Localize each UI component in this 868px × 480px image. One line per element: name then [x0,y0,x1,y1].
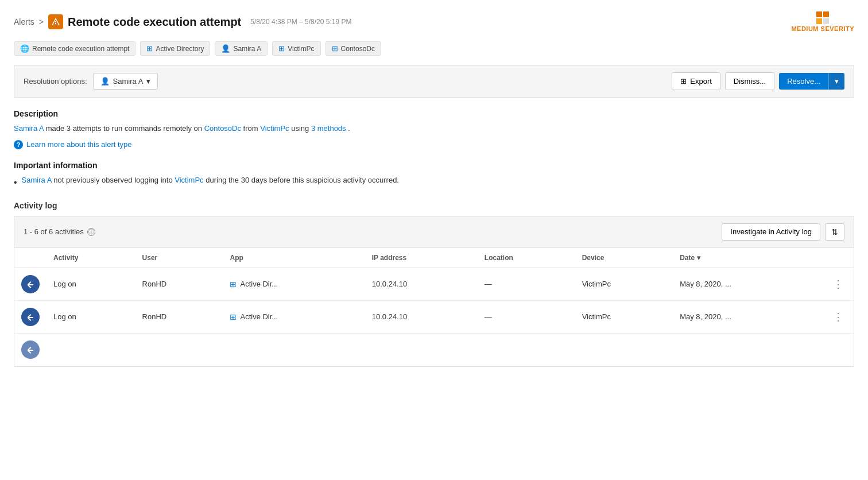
description-section: Description Samira A made 3 attempts to … [14,109,854,149]
dismiss-button[interactable]: Dismiss... [725,72,774,90]
activity-log-title: Activity log [14,201,854,210]
resolution-user-dropdown[interactable]: 👤 Samira A ▾ [93,73,158,90]
tag-contosodc[interactable]: ⊞ ContosoDc [326,41,381,56]
severity-sq-1 [816,11,822,17]
info-icon: ? [14,140,23,149]
tag-remote-code[interactable]: 🌐 Remote code execution attempt [14,41,135,56]
row-0-ip: 10.0.24.10 [365,268,478,300]
breadcrumb-alerts: Alerts [14,17,34,26]
col-app: App [223,248,365,268]
col-actions [823,248,854,268]
export-label: Export [690,77,712,86]
activity-table-header-bar: 1 - 6 of 6 activities ⓘ Investigate in A… [14,216,854,248]
col-date-label: Date [680,254,695,262]
severity-sq-4 [823,18,829,24]
resolution-label: Resolution options: [24,77,87,86]
table-header-row: Activity User App IP address Location [14,248,854,268]
samira-link[interactable]: Samira A [14,124,44,133]
severity-sq-3 [816,18,822,24]
resolve-dropdown-button[interactable]: ▾ [828,73,844,90]
alert-title: Remote code execution attempt [68,16,241,29]
important-title: Important information [14,161,854,170]
row-1-more-button[interactable]: ⋮ [830,310,847,324]
row-1-app-name: Active Dir... [240,312,278,321]
resolve-label: Resolve... [787,77,820,86]
row-0-more-button[interactable]: ⋮ [830,277,847,291]
table-row-partial [14,333,854,366]
col-ip: IP address [365,248,478,268]
row-1-device: VictimPc [575,300,673,333]
header-left: Alerts > Remote code execution attempt 5… [14,14,351,29]
severity-squares [816,11,829,24]
description-body: Samira A made 3 attempts to run commands… [14,123,854,134]
breadcrumb-separator: > [39,17,44,26]
row-1-activity: Log on [46,300,135,333]
row-1-windows-icon: ⊞ [230,312,237,322]
activity-table: Activity User App IP address Location [14,248,854,366]
tag-victimpc[interactable]: ⊞ VictimPc [272,41,320,56]
row-0-date: May 8, 2020, ... [673,268,823,300]
table-row: Log on RonHD ⊞ Active Dir... 10.0.24.10 … [14,268,854,300]
learn-more-row: ? Learn more about this alert type [14,140,854,149]
table-row: Log on RonHD ⊞ Active Dir... 10.0.24.10 … [14,300,854,333]
desc-text-3: using [291,124,311,133]
important-list-item: • Samira A not previously observed loggi… [14,175,854,189]
dismiss-label: Dismiss... [734,77,766,86]
important-text: Samira A not previously observed logging… [22,175,399,186]
col-device: Device [575,248,673,268]
row-0-icon-cell [14,268,46,300]
columns-icon: ⇅ [831,227,838,237]
investigate-activity-log-button[interactable]: Investigate in Activity log [722,223,820,241]
important-text-1: not previously observed logging into [53,176,175,184]
alert-icon [48,14,63,29]
tag-windows-icon-3: ⊞ [278,44,285,53]
tag-network-icon: 🌐 [20,44,29,53]
important-samira-link[interactable]: Samira A [22,176,52,184]
col-user-label: User [142,254,158,262]
row-1-more: ⋮ [823,300,854,333]
important-text-2: during the 30 days before this suspiciou… [206,176,399,184]
tag-samira[interactable]: 👤 Samira A [215,41,268,56]
row-0-app: ⊞ Active Dir... [223,268,365,300]
tag-label-4: ContosoDc [341,45,375,53]
activity-table-container: 1 - 6 of 6 activities ⓘ Investigate in A… [14,216,854,367]
row-0-more: ⋮ [823,268,854,300]
activity-log-section: Activity log 1 - 6 of 6 activities ⓘ Inv… [14,201,854,367]
desc-text-4: . [348,124,350,133]
tag-windows-icon-1: ⊞ [146,44,153,53]
col-location-label: Location [485,254,513,262]
row-2-empty [46,333,854,366]
activity-columns-button[interactable]: ⇅ [825,223,844,241]
resolution-user-name: Samira A [113,77,144,86]
learn-more-link[interactable]: Learn more about this alert type [26,140,132,149]
important-section: Important information • Samira A not pre… [14,161,854,189]
severity-text: MEDIUM SEVERITY [791,25,854,32]
export-button[interactable]: ⊞ Export [672,72,720,90]
resolution-right: ⊞ Export Dismiss... Resolve... ▾ [672,72,844,90]
col-date[interactable]: Date ▾ [673,248,823,268]
methods-link[interactable]: 3 methods [311,124,346,133]
bullet-dot: • [14,176,17,189]
col-date-sort-icon: ▾ [697,254,700,262]
description-title: Description [14,109,854,118]
important-victimpc-link[interactable]: VictimPc [175,176,203,184]
row-1-location: — [478,300,575,333]
tag-label-3: VictimPc [288,45,314,53]
contosodc-link[interactable]: ContosoDc [204,124,241,133]
resolve-button-group: Resolve... ▾ [779,73,844,90]
activity-count: 1 - 6 of 6 activities ⓘ [24,227,95,236]
victimpc-link-desc[interactable]: VictimPc [260,124,289,133]
resolve-main-button[interactable]: Resolve... [779,73,828,90]
row-0-app-cell: ⊞ Active Dir... [230,280,358,289]
tag-active-directory[interactable]: ⊞ Active Directory [140,41,210,56]
resolve-arrow-icon: ▾ [835,77,839,86]
col-ip-label: IP address [372,254,406,262]
row-0-device: VictimPc [575,268,673,300]
resolution-left: Resolution options: 👤 Samira A ▾ [24,73,158,90]
row-1-ip: 10.0.24.10 [365,300,478,333]
row-0-location: — [478,268,575,300]
row-1-date: May 8, 2020, ... [673,300,823,333]
col-icon [14,248,46,268]
col-device-label: Device [582,254,604,262]
severity-badge: MEDIUM SEVERITY [791,11,854,32]
